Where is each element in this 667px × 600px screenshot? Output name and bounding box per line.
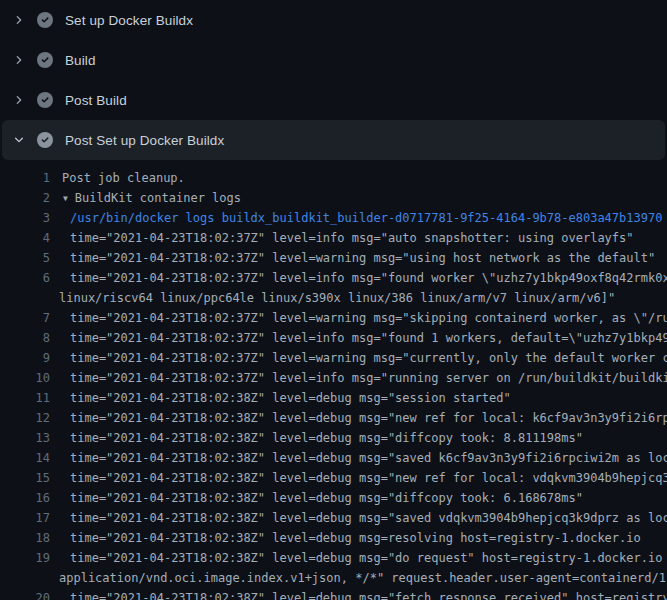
log-line: 19 time="2021-04-23T18:02:38Z" level=deb… — [0, 548, 667, 568]
log-line: 16 time="2021-04-23T18:02:38Z" level=deb… — [0, 488, 667, 508]
log-line-text: time="2021-04-23T18:02:38Z" level=debug … — [50, 408, 667, 428]
log-line-text: time="2021-04-23T18:02:38Z" level=debug … — [50, 448, 667, 468]
log-line: 6 time="2021-04-23T18:02:37Z" level=info… — [0, 268, 667, 288]
step-status-check-icon — [37, 132, 53, 148]
step-title: Post Build — [65, 93, 127, 108]
log-line: 12 time="2021-04-23T18:02:38Z" level=deb… — [0, 408, 667, 428]
log-line-text: time="2021-04-23T18:02:37Z" level=warnin… — [50, 248, 655, 268]
log-line-number[interactable]: 7 — [0, 308, 50, 328]
log-line-text: time="2021-04-23T18:02:37Z" level=info m… — [50, 268, 667, 288]
step-status-check-icon — [37, 52, 53, 68]
log-line-number[interactable]: 20 — [0, 588, 50, 600]
chevron-down-icon — [12, 133, 26, 147]
log-line-number[interactable]: 3 — [0, 208, 50, 228]
log-line-text: time="2021-04-23T18:02:38Z" level=debug … — [50, 428, 583, 448]
log-line-number[interactable]: 2 — [0, 188, 50, 208]
step-title: Post Set up Docker Buildx — [65, 133, 224, 148]
log-line: 17 time="2021-04-23T18:02:38Z" level=deb… — [0, 508, 667, 528]
log-line-number[interactable]: 10 — [0, 368, 50, 388]
step-row-set-up-docker-buildx[interactable]: Set up Docker Buildx — [0, 0, 667, 40]
log-line: 3 /usr/bin/docker logs buildx_buildkit_b… — [0, 208, 667, 228]
chevron-right-icon — [12, 93, 26, 107]
log-line-number[interactable]: 11 — [0, 388, 50, 408]
step-row-build[interactable]: Build — [0, 40, 667, 80]
log-line-text: time="2021-04-23T18:02:37Z" level=info m… — [50, 328, 667, 348]
log-group-toggle[interactable]: BuildKit container logs — [68, 188, 241, 208]
log-line-text: time="2021-04-23T18:02:38Z" level=debug … — [50, 388, 511, 408]
log-line-text: /usr/bin/docker logs buildx_buildkit_bui… — [50, 208, 662, 228]
log-line-number[interactable]: 16 — [0, 488, 50, 508]
log-line-text: time="2021-04-23T18:02:38Z" level=debug … — [50, 548, 667, 568]
log-line: 20 time="2021-04-23T18:02:38Z" level=deb… — [0, 588, 667, 600]
log-line-number[interactable]: 19 — [0, 548, 50, 568]
step-title: Set up Docker Buildx — [65, 13, 193, 28]
log-line-number[interactable]: 4 — [0, 228, 50, 248]
log-line: 2 ▼ BuildKit container logs — [0, 188, 667, 208]
log-line-text: time="2021-04-23T18:02:38Z" level=debug … — [50, 488, 583, 508]
log-line-text: time="2021-04-23T18:02:37Z" level=warnin… — [50, 308, 667, 328]
log-line: 13 time="2021-04-23T18:02:38Z" level=deb… — [0, 428, 667, 448]
group-caret-icon: ▼ — [50, 189, 68, 209]
log-line-number[interactable]: 12 — [0, 408, 50, 428]
log-line-text: application/vnd.oci.image.index.v1+json,… — [50, 568, 667, 588]
log-line-number[interactable]: 18 — [0, 528, 50, 548]
log-line-number[interactable]: 9 — [0, 348, 50, 368]
log-line-number[interactable]: 13 — [0, 428, 50, 448]
actions-log-panel: { "colors": { "background": "#0d1117", "… — [0, 0, 667, 600]
log-line: 18 time="2021-04-23T18:02:38Z" level=deb… — [0, 528, 667, 548]
log-line-number[interactable]: 8 — [0, 328, 50, 348]
log-line-text: time="2021-04-23T18:02:38Z" level=debug … — [50, 508, 667, 528]
log-line: 11 time="2021-04-23T18:02:38Z" level=deb… — [0, 388, 667, 408]
log-line: 5 time="2021-04-23T18:02:37Z" level=warn… — [0, 248, 667, 268]
log-line-number[interactable]: 1 — [0, 168, 50, 188]
chevron-right-icon — [12, 13, 26, 27]
log-line: 7 time="2021-04-23T18:02:37Z" level=warn… — [0, 308, 667, 328]
step-status-check-icon — [37, 92, 53, 108]
log-line: application/vnd.oci.image.index.v1+json,… — [0, 568, 667, 588]
log-line-text: Post job cleanup. — [50, 168, 185, 188]
step-status-check-icon — [37, 12, 53, 28]
step-list: Set up Docker Buildx Build Post Build Po… — [0, 0, 667, 160]
log-line: 1 Post job cleanup. — [0, 168, 667, 188]
step-title: Build — [65, 53, 96, 68]
log-line-text: time="2021-04-23T18:02:38Z" level=debug … — [50, 468, 667, 488]
log-line-text: time="2021-04-23T18:02:38Z" level=debug … — [50, 528, 641, 548]
log-line: 15 time="2021-04-23T18:02:38Z" level=deb… — [0, 468, 667, 488]
log-line-text: time="2021-04-23T18:02:37Z" level=warnin… — [50, 348, 667, 368]
log-line: 14 time="2021-04-23T18:02:38Z" level=deb… — [0, 448, 667, 468]
chevron-right-icon — [12, 53, 26, 67]
log-line-text: linux/riscv64 linux/ppc64le linux/s390x … — [50, 288, 615, 308]
log-line-number[interactable]: 6 — [0, 268, 50, 288]
log-line-text: time="2021-04-23T18:02:38Z" level=debug … — [50, 588, 667, 600]
log-line: 10 time="2021-04-23T18:02:37Z" level=inf… — [0, 368, 667, 388]
log-line: 4 time="2021-04-23T18:02:37Z" level=info… — [0, 228, 667, 248]
log-line: 8 time="2021-04-23T18:02:37Z" level=info… — [0, 328, 667, 348]
log-line-number[interactable]: 17 — [0, 508, 50, 528]
log-line-number[interactable]: 15 — [0, 468, 50, 488]
log-line-number[interactable]: 5 — [0, 248, 50, 268]
step-row-post-build[interactable]: Post Build — [0, 80, 667, 120]
log-output: 1 Post job cleanup. 2 ▼ BuildKit contain… — [0, 160, 667, 600]
log-line-text: time="2021-04-23T18:02:37Z" level=info m… — [50, 368, 667, 388]
log-line-number[interactable]: 14 — [0, 448, 50, 468]
log-line-text: time="2021-04-23T18:02:37Z" level=info m… — [50, 228, 634, 248]
step-row-post-set-up-docker-buildx[interactable]: Post Set up Docker Buildx — [2, 120, 665, 160]
log-line: 9 time="2021-04-23T18:02:37Z" level=warn… — [0, 348, 667, 368]
log-line: linux/riscv64 linux/ppc64le linux/s390x … — [0, 288, 667, 308]
